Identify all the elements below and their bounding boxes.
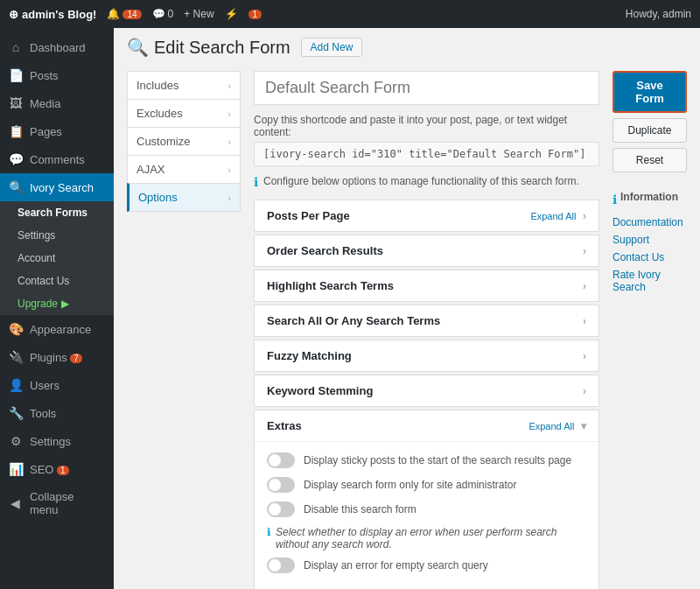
sidebar-item-plugins[interactable]: 🔌 Plugins 7 xyxy=(0,343,114,371)
chevron-right-icon: › xyxy=(583,350,586,362)
accordion-header-keyword[interactable]: Keyword Stemming › xyxy=(255,375,598,406)
sidebar-item-posts[interactable]: 📄 Posts xyxy=(0,61,114,89)
sidebar-label-seo: SEO 1 xyxy=(30,463,69,476)
plugins-icon: 🔌 xyxy=(9,350,23,364)
new-item[interactable]: + New xyxy=(184,8,214,20)
accordion-header-fuzzy[interactable]: Fuzzy Matching › xyxy=(255,340,598,371)
add-new-button[interactable]: Add New xyxy=(301,38,363,57)
sidebar-item-pages[interactable]: 📋 Pages xyxy=(0,117,114,145)
collapse-icon: ◀ xyxy=(9,496,23,510)
expand-all-extras-label[interactable]: Expand All xyxy=(528,421,574,431)
settings-icon: ⚙ xyxy=(9,434,23,448)
sidebar-label-dashboard: Dashboard xyxy=(30,41,86,54)
sidebar-collapse-menu[interactable]: ◀ Collapse menu xyxy=(0,483,114,523)
shortcode-box[interactable]: [ivory-search id="310" title="Default Se… xyxy=(254,142,599,166)
sidebar-label-users: Users xyxy=(30,379,60,392)
sidebar-label-media: Media xyxy=(30,97,60,110)
empty-query-label: Display an error for empty search query xyxy=(304,559,488,571)
reset-button[interactable]: Reset xyxy=(612,148,687,172)
sidebar-sub-contact-us[interactable]: Contact Us xyxy=(0,270,114,292)
rate-link[interactable]: Rate Ivory Search xyxy=(612,266,687,296)
admin-only-toggle[interactable] xyxy=(267,477,295,493)
tab-customize[interactable]: Customize › xyxy=(127,127,241,156)
disable-form-label: Disable this search form xyxy=(304,503,416,515)
sidebar-item-appearance[interactable]: 🎨 Appearance xyxy=(0,315,114,343)
sidebar-item-ivory-search[interactable]: 🔍 Ivory Search xyxy=(0,173,114,201)
save-form-top-button[interactable]: Save Form xyxy=(612,71,687,113)
comments-icon: 💬 xyxy=(9,152,23,166)
chevron-right-icon: › xyxy=(228,137,231,147)
sidebar-sub-search-forms[interactable]: Search Forms xyxy=(0,201,114,224)
sidebar-label-posts: Posts xyxy=(30,69,59,82)
chevron-right-icon: › xyxy=(228,109,231,119)
sidebar-label-settings: Settings xyxy=(30,435,71,448)
support-link[interactable]: Support xyxy=(612,231,687,249)
accordion-label: Highlight Search Terms xyxy=(267,279,394,292)
toggle-row-empty-query: Display an error for empty search query xyxy=(267,557,586,573)
notification-comment[interactable]: 💬 0 xyxy=(152,8,174,20)
accordion-header-order-search[interactable]: Order Search Results › xyxy=(255,235,598,266)
page-title: 🔍 Edit Search Form xyxy=(127,37,290,58)
tab-excludes[interactable]: Excludes › xyxy=(127,99,241,128)
duplicate-button[interactable]: Duplicate xyxy=(612,118,687,143)
search-title-icon: 🔍 xyxy=(127,37,149,58)
form-title-input[interactable] xyxy=(254,71,599,105)
accordion-extras: Extras Expand All ▾ Display sticky posts… xyxy=(254,410,599,589)
shortcode-label: Copy this shortcode and paste it into yo… xyxy=(254,114,599,138)
sub-label-contact-us: Contact Us xyxy=(18,275,69,287)
sidebar-label-pages: Pages xyxy=(30,125,62,138)
tab-ajax[interactable]: AJAX › xyxy=(127,155,241,184)
sidebar-sub-settings[interactable]: Settings xyxy=(0,224,114,247)
dashboard-icon: ⌂ xyxy=(9,40,23,54)
sidebar-item-dashboard[interactable]: ⌂ Dashboard xyxy=(0,33,114,61)
extras-body: Display sticky posts to the start of the… xyxy=(255,441,598,589)
sidebar-item-tools[interactable]: 🔧 Tools xyxy=(0,399,114,427)
tools-icon: 🔧 xyxy=(9,406,23,420)
upgrade-arrow-icon: ▶ xyxy=(61,298,69,310)
sidebar-label-ivory-search: Ivory Search xyxy=(30,181,94,194)
expand-all-label[interactable]: Expand All xyxy=(530,211,576,221)
disable-form-toggle[interactable] xyxy=(267,501,295,517)
sidebar-item-users[interactable]: 👤 Users xyxy=(0,371,114,399)
site-brand[interactable]: ⊕ admin's Blog! xyxy=(9,8,96,21)
chevron-down-icon: ▾ xyxy=(581,420,586,432)
bell-count: 14 xyxy=(122,10,141,19)
empty-query-toggle[interactable] xyxy=(267,557,295,573)
tab-options[interactable]: Options › xyxy=(127,183,241,212)
accordion-header-highlight[interactable]: Highlight Search Terms › xyxy=(255,270,598,301)
empty-query-note: ℹ Select whether to display an error whe… xyxy=(267,526,586,550)
howdy-text: Howdy, admin xyxy=(626,8,691,20)
info-panel-header: Information xyxy=(620,191,678,203)
notification-bell[interactable]: 🔔 14 xyxy=(107,8,141,20)
chevron-right-icon: › xyxy=(228,193,231,203)
chevron-right-icon: › xyxy=(583,315,586,327)
chevron-right-icon: › xyxy=(228,165,231,175)
doc-link[interactable]: Documentation xyxy=(612,214,687,231)
sidebar-item-comments[interactable]: 💬 Comments xyxy=(0,145,114,173)
accordion-label: Keyword Stemming xyxy=(267,384,373,397)
sidebar-sub-upgrade[interactable]: Upgrade ▶ xyxy=(0,292,114,315)
wp-icon[interactable]: ⚡ xyxy=(225,8,238,20)
configure-text: Configure below options to manage functi… xyxy=(263,175,579,187)
accordion-header-search-all-any[interactable]: Search All Or Any Search Terms › xyxy=(255,305,598,336)
accordion-header-posts-per-page[interactable]: Posts Per Page Expand All › xyxy=(255,200,598,231)
seo-icon: 📊 xyxy=(9,462,23,476)
contact-us-link[interactable]: Contact Us xyxy=(612,249,687,266)
tab-includes[interactable]: Includes › xyxy=(127,71,241,100)
updates-badge[interactable]: 1 xyxy=(248,10,262,19)
sticky-posts-toggle[interactable] xyxy=(267,452,295,468)
sidebar-item-settings[interactable]: ⚙ Settings xyxy=(0,427,114,455)
accordion-label: Order Search Results xyxy=(267,244,383,257)
appearance-icon: 🎨 xyxy=(9,322,23,336)
posts-icon: 📄 xyxy=(9,68,23,82)
info-icon: ℹ xyxy=(254,175,258,189)
sub-label-search-forms: Search Forms xyxy=(18,207,88,219)
page-header: 🔍 Edit Search Form Add New xyxy=(127,37,687,58)
sidebar-item-seo[interactable]: 📊 SEO 1 xyxy=(0,455,114,483)
sidebar-label-comments: Comments xyxy=(30,153,85,166)
accordion-label: Fuzzy Matching xyxy=(267,349,352,362)
sub-label-settings: Settings xyxy=(18,229,55,242)
sidebar-sub-account[interactable]: Account xyxy=(0,247,114,270)
accordion-header-extras[interactable]: Extras Expand All ▾ xyxy=(255,410,598,441)
sidebar-item-media[interactable]: 🖼 Media xyxy=(0,89,114,117)
